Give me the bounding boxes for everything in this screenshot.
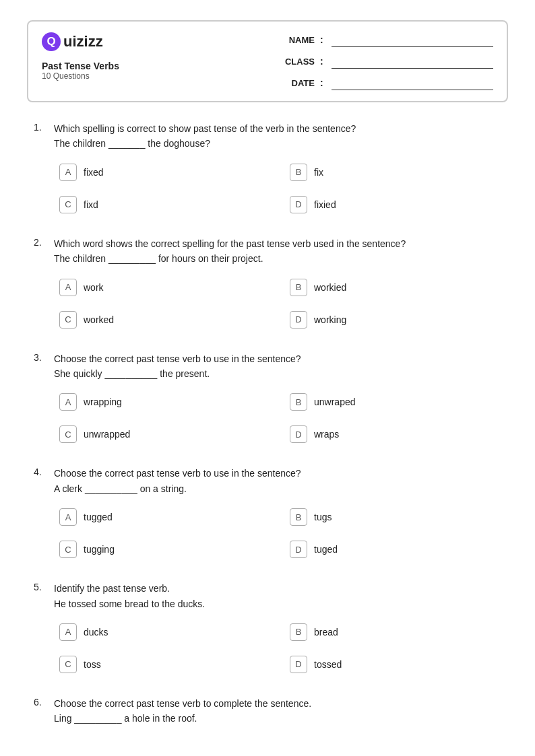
option-text-2-b: workied: [314, 282, 346, 293]
option-text-4-a: tugged: [84, 512, 113, 522]
option-text-1-b: fix: [314, 167, 323, 178]
question-header-4: 4.Choose the correct past tense verb to …: [34, 466, 501, 496]
option-5-a[interactable]: Aducks: [54, 619, 271, 645]
option-text-5-a: ducks: [84, 627, 108, 638]
option-text-2-d: working: [314, 314, 346, 325]
option-1-a[interactable]: Afixed: [54, 160, 271, 185]
option-letter-5-a: A: [59, 623, 77, 641]
worksheet-subtitle: 10 Questions: [42, 71, 119, 81]
option-letter-2-a: A: [59, 279, 77, 296]
option-text-2-c: worked: [84, 314, 114, 325]
worksheet-title: Past Tense Verbs: [42, 61, 119, 71]
options-grid-1: AfixedBfixCfixdDfixied: [54, 160, 501, 217]
option-text-1-c: fixd: [84, 199, 98, 210]
option-4-d[interactable]: Dtuged: [284, 537, 501, 562]
option-text-1-a: fixed: [84, 167, 104, 178]
option-5-b[interactable]: Bbread: [284, 619, 501, 645]
option-1-d[interactable]: Dfixied: [284, 192, 501, 217]
option-5-c[interactable]: Ctoss: [54, 652, 271, 677]
class-label: CLASS: [278, 57, 315, 67]
option-text-3-a: wrapping: [84, 397, 122, 407]
date-row: DATE :: [278, 75, 493, 90]
option-text-3-b: unwraped: [314, 397, 356, 407]
option-text-3-c: unwrapped: [84, 429, 130, 440]
class-input[interactable]: [332, 54, 493, 69]
question-number-6: 6.: [34, 696, 47, 726]
name-colon: :: [320, 34, 326, 45]
option-5-d[interactable]: Dtossed: [284, 652, 501, 677]
option-letter-2-b: B: [290, 279, 307, 296]
option-letter-5-d: D: [290, 656, 307, 673]
option-letter-1-c: C: [59, 196, 77, 213]
question-number-4: 4.: [34, 466, 47, 496]
option-3-b[interactable]: Bunwraped: [284, 389, 501, 415]
date-colon: :: [320, 77, 326, 88]
options-grid-4: AtuggedBtugsCtuggingDtuged: [54, 504, 501, 562]
options-grid-3: AwrappingBunwrapedCunwrappedDwraps: [54, 389, 501, 447]
date-label: DATE: [278, 78, 315, 88]
option-letter-3-d: D: [290, 425, 307, 443]
option-1-c[interactable]: Cfixd: [54, 192, 271, 217]
option-text-5-b: bread: [314, 627, 338, 638]
question-number-2: 2.: [34, 236, 47, 267]
option-letter-4-a: A: [59, 508, 77, 526]
option-2-a[interactable]: Awork: [54, 275, 271, 300]
question-block-6: 6.Choose the correct past tense verb to …: [34, 696, 501, 726]
question-number-1: 1.: [34, 121, 47, 151]
question-header-1: 1.Which spelling is correct to show past…: [34, 121, 501, 151]
option-4-a[interactable]: Atugged: [54, 504, 271, 530]
question-text-2: Which word shows the correct spelling fo…: [54, 236, 406, 267]
option-letter-2-d: D: [290, 311, 307, 329]
option-letter-1-a: A: [59, 164, 77, 181]
question-header-3: 3.Choose the correct past tense verb to …: [34, 351, 501, 382]
name-input[interactable]: [332, 32, 493, 47]
question-block-2: 2.Which word shows the correct spelling …: [34, 236, 501, 333]
option-letter-4-d: D: [290, 541, 307, 558]
question-block-5: 5.Identify the past tense verb.He tossed…: [34, 581, 501, 677]
option-text-3-d: wraps: [314, 429, 339, 440]
option-text-5-d: tossed: [314, 659, 342, 670]
option-3-c[interactable]: Cunwrapped: [54, 421, 271, 447]
question-number-5: 5.: [34, 581, 47, 611]
option-text-4-b: tugs: [314, 512, 332, 522]
option-letter-3-c: C: [59, 425, 77, 443]
header-box: Q uizizz Past Tense Verbs 10 Questions N…: [27, 20, 508, 102]
options-grid-2: AworkBworkiedCworkedDworking: [54, 275, 501, 333]
option-letter-3-a: A: [59, 393, 77, 411]
question-block-1: 1.Which spelling is correct to show past…: [34, 121, 501, 217]
questions-section: 1.Which spelling is correct to show past…: [27, 121, 508, 726]
option-letter-1-b: B: [290, 164, 307, 181]
option-2-b[interactable]: Bworkied: [284, 275, 501, 300]
option-letter-1-d: D: [290, 196, 307, 213]
question-header-6: 6.Choose the correct past tense verb to …: [34, 696, 501, 726]
option-text-2-a: work: [84, 282, 104, 293]
question-header-2: 2.Which word shows the correct spelling …: [34, 236, 501, 267]
option-2-c[interactable]: Cworked: [54, 307, 271, 333]
question-header-5: 5.Identify the past tense verb.He tossed…: [34, 581, 501, 611]
option-3-a[interactable]: Awrapping: [54, 389, 271, 415]
option-4-b[interactable]: Btugs: [284, 504, 501, 530]
option-4-c[interactable]: Ctugging: [54, 537, 271, 562]
option-letter-4-b: B: [290, 508, 307, 526]
option-text-4-c: tugging: [84, 544, 115, 555]
option-3-d[interactable]: Dwraps: [284, 421, 501, 447]
option-letter-5-c: C: [59, 656, 77, 673]
date-input[interactable]: [332, 75, 493, 90]
class-colon: :: [320, 56, 326, 67]
option-2-d[interactable]: Dworking: [284, 307, 501, 333]
question-text-3: Choose the correct past tense verb to us…: [54, 351, 301, 382]
logo-text: uizizz: [63, 33, 103, 50]
option-text-1-d: fixied: [314, 199, 336, 210]
question-text-5: Identify the past tense verb.He tossed s…: [54, 581, 205, 611]
options-grid-5: AducksBbreadCtossDtossed: [54, 619, 501, 677]
logo-q-icon: Q: [42, 32, 61, 51]
question-block-3: 3.Choose the correct past tense verb to …: [34, 351, 501, 448]
logo: Q uizizz: [42, 32, 119, 51]
name-label: NAME: [278, 35, 315, 45]
name-row: NAME :: [278, 32, 493, 47]
page: Q uizizz Past Tense Verbs 10 Questions N…: [0, 0, 535, 756]
question-block-4: 4.Choose the correct past tense verb to …: [34, 466, 501, 562]
form-fields: NAME : CLASS : DATE :: [278, 32, 493, 90]
option-1-b[interactable]: Bfix: [284, 160, 501, 185]
class-row: CLASS :: [278, 54, 493, 69]
